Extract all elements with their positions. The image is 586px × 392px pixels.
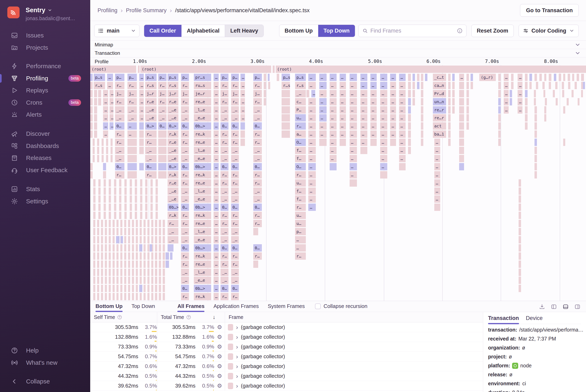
flame-frame[interactable] bbox=[105, 236, 107, 244]
layout-right-icon[interactable] bbox=[574, 304, 581, 310]
flame-frame[interactable]: _… bbox=[253, 114, 262, 122]
flame-frame[interactable] bbox=[525, 122, 527, 130]
flame-frame[interactable]: … bbox=[350, 147, 357, 154]
flame-frame[interactable] bbox=[144, 236, 146, 244]
org-switcher[interactable]: Sentry jonas.badalic@sent… bbox=[7, 6, 75, 21]
flame-frame[interactable]: _… bbox=[181, 196, 189, 203]
flame-frame[interactable] bbox=[105, 293, 107, 300]
flame-frame[interactable]: _… bbox=[145, 155, 157, 162]
flame-frame[interactable]: … bbox=[370, 114, 377, 122]
sidebar-item-releases[interactable]: Releases bbox=[0, 152, 90, 164]
flame-frame[interactable] bbox=[511, 82, 513, 89]
flame-frame[interactable] bbox=[144, 276, 146, 284]
gear-icon[interactable]: ⚙ bbox=[214, 363, 225, 370]
flame-frame[interactable]: … bbox=[340, 82, 346, 89]
flame-frame[interactable] bbox=[94, 98, 97, 106]
flame-frame[interactable]: _…e bbox=[145, 114, 157, 122]
flame-frame[interactable]: … bbox=[340, 106, 346, 114]
flame-frame[interactable]: 0… bbox=[253, 163, 262, 170]
flame-frame[interactable]: 0…> bbox=[145, 122, 157, 130]
flame-frame[interactable] bbox=[144, 293, 146, 300]
flame-frame[interactable]: _… bbox=[221, 236, 228, 244]
flame-frame[interactable] bbox=[147, 236, 150, 244]
flame-frame[interactable]: … bbox=[107, 74, 113, 81]
flame-frame[interactable] bbox=[139, 138, 144, 146]
flame-frame[interactable]: _… bbox=[181, 114, 189, 122]
flame-frame[interactable]: … bbox=[360, 114, 367, 122]
flame-frame[interactable]: … bbox=[330, 98, 337, 106]
flame-frame[interactable] bbox=[498, 106, 501, 114]
tab-bottom-up[interactable]: Bottom Up bbox=[96, 303, 123, 312]
flame-frame[interactable] bbox=[240, 130, 245, 138]
flame-frame[interactable] bbox=[140, 236, 142, 244]
flame-frame[interactable]: … bbox=[103, 98, 108, 106]
flame-frame[interactable] bbox=[117, 293, 119, 300]
flame-frame[interactable]: … bbox=[128, 130, 137, 138]
flame-frame[interactable] bbox=[140, 179, 142, 187]
flame-frame[interactable] bbox=[94, 90, 97, 97]
flame-frame[interactable]: r…k bbox=[168, 130, 179, 138]
flame-frame[interactable]: 0… bbox=[221, 204, 228, 211]
flame-frame[interactable] bbox=[128, 155, 137, 162]
flame-frame[interactable]: … bbox=[360, 98, 367, 106]
flame-frame[interactable]: … bbox=[103, 122, 108, 130]
flame-frame[interactable]: … bbox=[110, 90, 113, 97]
flame-frame[interactable]: … bbox=[360, 106, 367, 114]
flame-frame[interactable] bbox=[144, 220, 146, 227]
flame-frame[interactable] bbox=[156, 179, 158, 187]
flame-frame[interactable]: re…k bbox=[194, 212, 211, 219]
flame-frame[interactable]: _… bbox=[253, 188, 262, 195]
flame-frame[interactable] bbox=[124, 188, 127, 195]
flame-frame[interactable]: f… bbox=[295, 188, 306, 195]
flame-frame[interactable]: … bbox=[434, 196, 440, 203]
flame-frame[interactable] bbox=[519, 285, 521, 292]
flame-frame[interactable]: 0… bbox=[231, 244, 239, 252]
flame-frame[interactable]: … bbox=[330, 82, 337, 89]
flame-frame[interactable]: 0… bbox=[115, 122, 124, 130]
flame-frame[interactable]: p… bbox=[253, 74, 262, 81]
flame-frame[interactable] bbox=[544, 114, 546, 122]
flame-frame[interactable]: p…s bbox=[282, 74, 290, 81]
flame-frame[interactable] bbox=[114, 204, 116, 211]
flame-frame[interactable] bbox=[120, 260, 122, 268]
flame-frame[interactable] bbox=[132, 220, 134, 227]
flame-frame[interactable]: … bbox=[214, 106, 219, 114]
flame-frame[interactable]: … bbox=[214, 212, 219, 219]
flame-frame[interactable]: p… bbox=[231, 74, 239, 81]
flame-frame[interactable]: ca…n bbox=[433, 82, 446, 89]
flame-frame[interactable]: … bbox=[139, 82, 144, 89]
flame-frame[interactable]: _… bbox=[231, 196, 239, 203]
flame-frame[interactable] bbox=[105, 252, 107, 260]
flame-frame[interactable]: _… bbox=[221, 155, 228, 162]
flame-frame[interactable]: … bbox=[308, 204, 316, 211]
flame-frame[interactable]: r… bbox=[253, 252, 262, 260]
flame-frame[interactable] bbox=[434, 204, 440, 211]
flamegraph[interactable]: (root)(root)(root)p…s…p…p……p…sp…p…sp…pr…… bbox=[90, 65, 586, 301]
flame-frame[interactable]: r…e bbox=[168, 138, 179, 146]
flame-frame[interactable] bbox=[282, 130, 290, 138]
flame-frame[interactable] bbox=[104, 204, 106, 211]
flame-frame[interactable]: … bbox=[517, 82, 522, 89]
flame-frame[interactable] bbox=[151, 228, 153, 235]
flame-frame[interactable] bbox=[111, 147, 113, 154]
flame-frame[interactable] bbox=[466, 122, 469, 130]
flame-frame[interactable] bbox=[158, 163, 167, 170]
flame-frame[interactable] bbox=[166, 260, 169, 268]
flame-frame[interactable] bbox=[94, 130, 97, 138]
flame-frame[interactable]: r… bbox=[115, 138, 124, 146]
flame-frame[interactable] bbox=[135, 188, 137, 195]
flame-frame[interactable] bbox=[534, 74, 537, 81]
find-frames-search[interactable] bbox=[358, 25, 466, 37]
flame-frame[interactable]: … bbox=[214, 228, 219, 235]
flame-frame[interactable]: … bbox=[370, 106, 377, 114]
sidebar-item-crons[interactable]: Cronsbeta bbox=[0, 96, 90, 109]
flame-frame[interactable]: Pr…d bbox=[433, 90, 446, 97]
flame-frame[interactable]: ru…s bbox=[194, 82, 211, 89]
flame-frame[interactable]: _…e bbox=[168, 196, 179, 203]
flame-frame[interactable] bbox=[135, 196, 137, 203]
flame-frame[interactable]: … bbox=[360, 74, 367, 81]
flame-frame[interactable]: r… bbox=[115, 82, 124, 89]
flame-frame[interactable] bbox=[319, 138, 327, 146]
flame-frame[interactable]: r…s bbox=[295, 82, 306, 89]
flame-frame[interactable] bbox=[510, 98, 512, 106]
